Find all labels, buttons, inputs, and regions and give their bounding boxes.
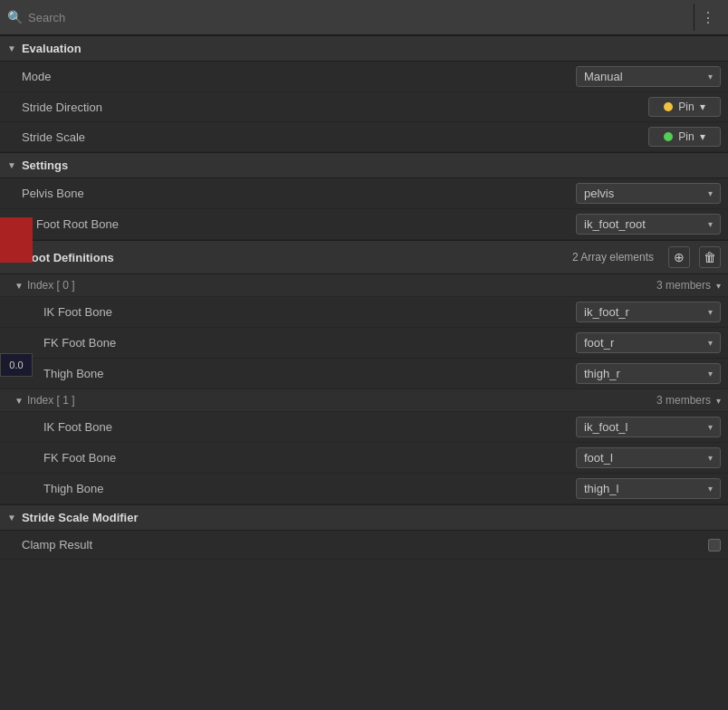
clamp-result-label: Clamp Result xyxy=(22,538,708,552)
ik-foot-bone-1-label: IK Foot Bone xyxy=(43,420,576,434)
fk-foot-bone-0-value: foot_r ▾ xyxy=(576,332,721,353)
evaluation-section-header: ▼ Evaluation xyxy=(0,35,728,62)
mode-dropdown[interactable]: Manual ▾ xyxy=(576,66,721,87)
red-indicator xyxy=(0,217,33,263)
ik-foot-bone-0-value: ik_foot_r ▾ xyxy=(576,302,721,322)
thigh-bone-1-label: Thigh Bone xyxy=(43,482,576,495)
ik-foot-root-value: ik_foot_root ▾ xyxy=(576,214,721,235)
stride-scale-pin-label: Pin xyxy=(678,130,694,143)
thigh-bone-0-dropdown[interactable]: thigh_r ▾ xyxy=(576,363,721,384)
stride-scale-row: Stride Scale Pin ▾ xyxy=(0,122,728,152)
ik-foot-root-label: IK Foot Root Bone xyxy=(22,217,576,231)
number-indicator: 0.0 xyxy=(0,353,33,377)
fk-foot-bone-0-dropdown[interactable]: foot_r ▾ xyxy=(576,332,721,353)
ik-foot-root-dropdown[interactable]: ik_foot_root ▾ xyxy=(576,214,721,235)
fk-foot-bone-1-row: FK Foot Bone foot_l ▾ xyxy=(0,443,728,474)
add-icon: ⊕ xyxy=(674,250,685,264)
pelvis-bone-value: pelvis ▾ xyxy=(576,183,721,204)
clamp-result-row: Clamp Result xyxy=(0,531,728,560)
ik-foot-bone-1-value: ik_foot_l ▾ xyxy=(576,417,721,437)
fk-foot-bone-1-chevron: ▾ xyxy=(708,453,713,463)
delete-icon: 🗑 xyxy=(704,250,716,264)
stride-scale-modifier-section-header: ▼ Stride Scale Modifier xyxy=(0,504,728,531)
index-1-members-chevron: ▾ xyxy=(716,396,721,406)
index-1-members: 3 members ▾ xyxy=(656,394,721,407)
stride-scale-modifier-label: Stride Scale Modifier xyxy=(22,511,139,524)
ik-foot-bone-1-dropdown[interactable]: ik_foot_l ▾ xyxy=(576,417,721,437)
thigh-bone-1-row: Thigh Bone thigh_l ▾ xyxy=(0,474,728,504)
stride-direction-pin-button[interactable]: Pin ▾ xyxy=(648,97,721,117)
index-1-label: Index [ 1 ] xyxy=(27,394,75,407)
mode-label: Mode xyxy=(22,70,576,83)
clamp-result-checkbox[interactable] xyxy=(708,539,721,552)
foot-def-label: Foot Definitions xyxy=(24,251,567,264)
index-1-header: ▼ Index [ 1 ] 3 members ▾ xyxy=(0,389,728,412)
settings-section-header: ▼ Settings xyxy=(0,152,728,178)
thigh-bone-1-chevron: ▾ xyxy=(708,484,713,494)
evaluation-chevron[interactable]: ▼ xyxy=(7,43,16,53)
pelvis-bone-chevron: ▾ xyxy=(708,188,713,198)
stride-direction-label: Stride Direction xyxy=(22,101,648,114)
search-input[interactable] xyxy=(28,11,688,24)
ik-foot-root-chevron: ▾ xyxy=(708,219,713,229)
index-1-chevron[interactable]: ▼ xyxy=(14,396,24,406)
index-0-label: Index [ 0 ] xyxy=(27,279,75,292)
fk-foot-bone-1-dropdown[interactable]: foot_l ▾ xyxy=(576,447,721,468)
evaluation-label: Evaluation xyxy=(22,42,81,55)
search-bar: 🔍 ⋮ xyxy=(0,0,728,35)
mode-value-container: Manual ▾ xyxy=(576,66,721,87)
stride-scale-value: Pin ▾ xyxy=(648,127,721,147)
thigh-bone-1-dropdown[interactable]: thigh_l ▾ xyxy=(576,478,721,499)
ik-foot-bone-0-dropdown[interactable]: ik_foot_r ▾ xyxy=(576,302,721,322)
foot-def-delete-button[interactable]: 🗑 xyxy=(699,246,721,268)
menu-button[interactable]: ⋮ xyxy=(694,4,721,31)
ik-foot-bone-0-label: IK Foot Bone xyxy=(43,305,576,319)
thigh-bone-0-row: Thigh Bone thigh_r ▾ xyxy=(0,359,728,389)
thigh-bone-0-value: thigh_r ▾ xyxy=(576,363,721,384)
ik-foot-bone-0-row: IK Foot Bone ik_foot_r ▾ xyxy=(0,297,728,328)
clamp-result-value xyxy=(708,539,721,552)
stride-scale-modifier-chevron[interactable]: ▼ xyxy=(7,513,16,523)
stride-direction-pin-chevron: ▾ xyxy=(700,101,705,113)
ik-foot-root-row: IK Foot Root Bone ik_foot_root ▾ xyxy=(0,209,728,240)
thigh-bone-1-value: thigh_l ▾ xyxy=(576,478,721,499)
stride-scale-pin-button[interactable]: Pin ▾ xyxy=(648,127,721,147)
ik-foot-bone-1-chevron: ▾ xyxy=(708,422,713,432)
fk-foot-bone-1-label: FK Foot Bone xyxy=(43,451,576,465)
stride-direction-value: Pin ▾ xyxy=(648,97,721,117)
settings-label: Settings xyxy=(22,158,68,172)
stride-scale-pin-chevron: ▾ xyxy=(700,130,705,143)
fk-foot-bone-0-label: FK Foot Bone xyxy=(43,336,576,350)
index-0-chevron[interactable]: ▼ xyxy=(14,281,24,291)
stride-scale-label: Stride Scale xyxy=(22,130,648,144)
pelvis-bone-label: Pelvis Bone xyxy=(22,187,576,200)
stride-direction-row: Stride Direction Pin ▾ xyxy=(0,92,728,122)
fk-foot-bone-0-row: FK Foot Bone foot_r ▾ xyxy=(0,328,728,359)
foot-def-add-button[interactable]: ⊕ xyxy=(668,246,690,268)
fk-foot-bone-0-chevron: ▾ xyxy=(708,338,713,348)
thigh-bone-0-label: Thigh Bone xyxy=(43,367,576,380)
pelvis-bone-dropdown[interactable]: pelvis ▾ xyxy=(576,183,721,204)
ik-foot-bone-1-row: IK Foot Bone ik_foot_l ▾ xyxy=(0,412,728,443)
index-0-members: 3 members ▾ xyxy=(656,279,721,292)
stride-direction-pin-label: Pin xyxy=(678,101,694,113)
foot-definitions-section-header: ▼ Foot Definitions 2 Array elements ⊕ 🗑 xyxy=(0,240,728,274)
fk-foot-bone-1-value: foot_l ▾ xyxy=(576,447,721,468)
foot-def-count: 2 Array elements xyxy=(572,251,654,264)
settings-chevron[interactable]: ▼ xyxy=(7,160,16,170)
index-0-header: ▼ Index [ 0 ] 3 members ▾ xyxy=(0,274,728,297)
index-0-members-chevron: ▾ xyxy=(716,281,721,291)
mode-dropdown-chevron: ▾ xyxy=(708,72,713,82)
search-icon: 🔍 xyxy=(7,10,23,24)
pin-dot-green xyxy=(664,132,673,141)
pin-dot-yellow xyxy=(664,102,673,111)
mode-row: Mode Manual ▾ xyxy=(0,62,728,92)
thigh-bone-0-chevron: ▾ xyxy=(708,369,713,379)
pelvis-bone-row: Pelvis Bone pelvis ▾ xyxy=(0,178,728,209)
ik-foot-bone-0-chevron: ▾ xyxy=(708,307,713,317)
